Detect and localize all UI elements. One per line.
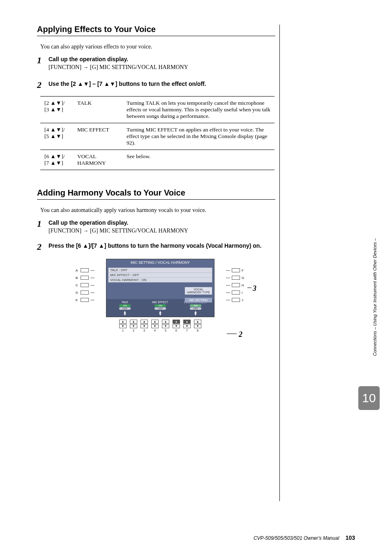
hw-button[interactable]: [232, 283, 240, 287]
step-number: 1: [37, 56, 48, 65]
num-button-4[interactable]: ▲▼4: [151, 320, 159, 332]
down-icon[interactable]: ▼: [130, 324, 137, 328]
side-button-b[interactable]: B: [76, 276, 95, 280]
side-letter: A: [76, 269, 79, 272]
cell-buttons: [2 ▲▼]/ [3 ▲▼]: [40, 97, 73, 123]
section-title-effects: Applying Effects to Your Voice: [37, 25, 275, 36]
num-label: 1: [122, 329, 124, 332]
miceffect-on[interactable]: ON: [154, 304, 166, 307]
up-icon[interactable]: ▲: [183, 320, 191, 324]
side-letter: I: [242, 291, 245, 295]
side-letter: H: [242, 283, 245, 287]
updown-icon: ▲▼: [178, 311, 213, 316]
num-label: 4: [154, 329, 156, 332]
screen-title: MIC SETTING / VOCAL HARMONY: [106, 259, 214, 266]
status-talk: TALK : OFF: [108, 268, 212, 273]
step1-text: [FUNCTION] → [G] MIC SETTING/VOCAL HARMO…: [48, 64, 275, 71]
status-vocal-harmony: VOCAL HARMONY : ON: [108, 278, 212, 282]
side-letter: J: [242, 298, 245, 302]
down-icon[interactable]: ▼: [162, 324, 169, 328]
down-icon[interactable]: ▼: [141, 324, 148, 328]
num-button-8[interactable]: ▲▼8: [194, 320, 201, 332]
num-label: 5: [165, 329, 166, 332]
side-button-a[interactable]: A: [76, 268, 95, 272]
down-icon[interactable]: ▼: [151, 324, 159, 328]
up-icon[interactable]: ▲: [162, 320, 169, 324]
s2-step1-title: Call up the operation display.: [48, 219, 275, 226]
cell-buttons: [6 ▲▼]/ [7 ▲▼]: [40, 150, 73, 170]
vocal-harmony-type-button[interactable]: VOCAL HARMONY TYPE: [184, 287, 212, 295]
hw-button[interactable]: [232, 290, 240, 295]
side-button-e[interactable]: E: [76, 298, 95, 302]
hw-button[interactable]: [81, 268, 89, 272]
step2-title: Use the [2 ▲▼] – [7 ▲▼] buttons to turn …: [48, 81, 275, 87]
down-icon[interactable]: ▼: [194, 324, 201, 328]
side-letter: C: [76, 283, 79, 287]
vh-on[interactable]: ON: [190, 304, 201, 307]
status-panel: TALK : OFF MIC EFFECT : OFF VOCAL HARMON…: [108, 267, 212, 283]
numbered-buttons: ▲▼1 ▲▼2 ▲▼3 ▲▼4 ▲▼5 ▲▼6 ▲▼7 ▲▼8: [70, 320, 251, 332]
ctrl-talk-label: TALK: [107, 301, 143, 304]
table-row: [4 ▲▼]/ [5 ▲▼] MIC EFFECT Turning MIC EF…: [40, 123, 274, 150]
down-icon[interactable]: ▼: [183, 324, 191, 328]
side-letter: F: [242, 269, 245, 272]
up-icon[interactable]: ▲: [151, 320, 159, 324]
hw-button[interactable]: [81, 276, 89, 280]
table-row: [6 ▲▼]/ [7 ▲▼] VOCAL HARMONY See below.: [40, 150, 274, 170]
side-button-f[interactable]: F: [226, 268, 245, 272]
step-number: 2: [37, 81, 48, 90]
side-chapter-text: Connections – Using Your Instrument with…: [372, 238, 377, 356]
cell-desc: Turning MIC EFFECT on applies an effect …: [122, 123, 274, 150]
cell-name: TALK: [73, 97, 122, 123]
side-letter: E: [76, 298, 79, 302]
num-button-3[interactable]: ▲▼3: [141, 320, 148, 332]
callout-2: 2: [239, 330, 242, 339]
num-button-2[interactable]: ▲▼2: [130, 320, 137, 332]
side-letter: D: [76, 291, 79, 295]
hw-button[interactable]: [232, 276, 240, 280]
up-icon[interactable]: ▲: [194, 320, 201, 324]
num-button-7[interactable]: ▲▼7: [183, 320, 191, 332]
num-label: 7: [186, 329, 188, 332]
callout-3: 3: [253, 284, 256, 293]
up-icon[interactable]: ▲: [141, 320, 148, 324]
updown-icon: ▲▼: [143, 311, 178, 316]
cell-desc: See below.: [122, 150, 274, 170]
side-button-j[interactable]: J: [226, 298, 245, 302]
side-letter: G: [242, 276, 245, 280]
step1-title: Call up the operation display.: [48, 56, 275, 62]
num-button-5[interactable]: ▲▼5: [162, 320, 169, 332]
footer-page: 103: [346, 534, 355, 541]
up-icon[interactable]: ▲: [173, 320, 180, 324]
num-button-6[interactable]: ▲▼6: [173, 320, 180, 332]
side-button-h[interactable]: H: [226, 283, 245, 287]
side-buttons-right: F G H I J: [226, 268, 245, 302]
callout-line: [227, 334, 237, 334]
footer: CVP-509/505/503/501 Owner's Manual 103: [254, 534, 355, 541]
mic-setting-button[interactable]: MIC SETTING: [184, 297, 212, 303]
display-illustration: 3 2 A B C D E F G H I J: [70, 259, 251, 332]
side-button-c[interactable]: C: [76, 283, 95, 287]
num-button-1[interactable]: ▲▼1: [119, 320, 127, 332]
lcd-screen: MIC SETTING / VOCAL HARMONY TALK : OFF M…: [106, 259, 214, 317]
talk-on[interactable]: ON: [119, 304, 131, 307]
vertical-separator: [279, 25, 280, 501]
side-button-d[interactable]: D: [76, 290, 95, 295]
hw-button[interactable]: [232, 298, 240, 302]
down-icon[interactable]: ▼: [119, 324, 127, 328]
side-button-g[interactable]: G: [226, 276, 245, 280]
section1-intro: You can also apply various effects to yo…: [40, 44, 275, 50]
up-icon[interactable]: ▲: [119, 320, 127, 324]
down-icon[interactable]: ▼: [173, 324, 180, 328]
step-number: 1: [37, 219, 48, 228]
hw-button[interactable]: [81, 283, 89, 287]
updown-icon: ▲▼: [107, 311, 143, 316]
hw-button[interactable]: [232, 268, 240, 272]
up-icon[interactable]: ▲: [130, 320, 137, 324]
num-label: 6: [175, 329, 177, 332]
s2-step1-text: [FUNCTION] → [G] MIC SETTING/VOCAL HARMO…: [48, 228, 275, 234]
chapter-tab: 10: [358, 386, 380, 410]
hw-button[interactable]: [81, 290, 89, 295]
hw-button[interactable]: [81, 298, 89, 302]
side-button-i[interactable]: I: [226, 290, 245, 295]
